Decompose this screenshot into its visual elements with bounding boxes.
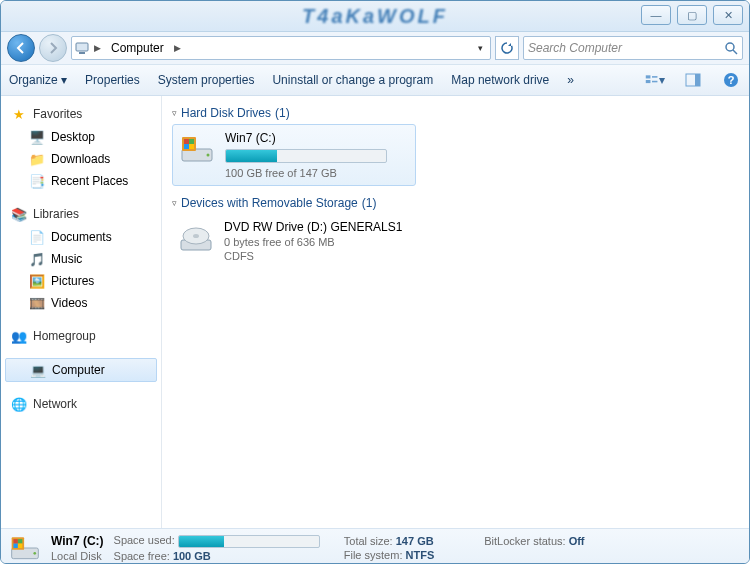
search-placeholder: Search Computer [528, 41, 622, 55]
svg-rect-27 [13, 544, 17, 548]
drive-capacity: 100 GB free of 147 GB [225, 167, 387, 179]
svg-rect-25 [13, 539, 17, 543]
sidebar-item-desktop[interactable]: 🖥️Desktop [1, 126, 161, 148]
minimize-button[interactable]: — [641, 5, 671, 25]
svg-rect-5 [646, 80, 651, 83]
libraries-group[interactable]: 📚 Libraries [1, 202, 161, 226]
network-item[interactable]: 🌐Network [1, 392, 161, 416]
svg-line-3 [733, 50, 737, 54]
svg-text:?: ? [728, 74, 735, 86]
titlebar: T4aKaWOLF — ▢ ✕ [1, 1, 749, 32]
arrow-right-icon [47, 42, 59, 54]
sidebar-item-computer[interactable]: 💻Computer [5, 358, 157, 382]
details-type: Local Disk [51, 550, 104, 562]
svg-rect-0 [76, 43, 88, 51]
more-button[interactable]: » [567, 73, 574, 87]
content-pane: ▿ Hard Disk Drives (1) Win7 (C:) 100 GB … [162, 96, 749, 528]
arrow-left-icon [15, 42, 27, 54]
svg-rect-15 [184, 139, 189, 144]
music-icon: 🎵 [29, 251, 45, 267]
refresh-icon [500, 41, 514, 55]
recent-icon: 📑 [29, 173, 45, 189]
svg-rect-16 [189, 139, 194, 144]
section-removable[interactable]: ▿ Devices with Removable Storage (1) [172, 196, 739, 210]
preview-pane-button[interactable] [683, 70, 703, 90]
drive-d[interactable]: DVD RW Drive (D:) GENERALS1 0 bytes free… [172, 214, 414, 268]
back-button[interactable] [7, 34, 35, 62]
explorer-window: T4aKaWOLF — ▢ ✕ ▶ Computer ▶ ▾ Search Co… [0, 0, 750, 564]
breadcrumb-segment[interactable]: Computer [105, 38, 170, 58]
collapse-icon: ▿ [172, 198, 177, 208]
svg-rect-18 [189, 144, 194, 149]
homegroup-icon: 👥 [11, 328, 27, 344]
sidebar-item-music[interactable]: 🎵Music [1, 248, 161, 270]
svg-rect-28 [18, 544, 22, 548]
window-controls: — ▢ ✕ [641, 5, 743, 25]
svg-point-2 [726, 43, 734, 51]
svg-rect-26 [18, 539, 22, 543]
computer-icon [74, 40, 90, 56]
organize-menu[interactable]: Organize ▾ [9, 73, 67, 87]
command-bar: Organize ▾ Properties System properties … [1, 65, 749, 96]
drive-c[interactable]: Win7 (C:) 100 GB free of 147 GB [172, 124, 416, 186]
svg-point-23 [33, 552, 36, 555]
videos-icon: 🎞️ [29, 295, 45, 311]
pictures-icon: 🖼️ [29, 273, 45, 289]
properties-button[interactable]: Properties [85, 73, 140, 87]
drive-capacity: 0 bytes free of 636 MB [224, 236, 402, 248]
drive-name: DVD RW Drive (D:) GENERALS1 [224, 220, 402, 234]
star-icon: ★ [11, 106, 27, 122]
chevron-right-icon: ▶ [92, 43, 103, 53]
details-pane: Win7 (C:) Local Disk Space used: Space f… [1, 528, 749, 564]
map-drive-button[interactable]: Map network drive [451, 73, 549, 87]
explorer-body: ★ Favorites 🖥️Desktop 📁Downloads 📑Recent… [1, 96, 749, 528]
help-button[interactable]: ? [721, 70, 741, 90]
brand-text: T4aKaWOLF [302, 5, 448, 28]
drive-filesystem: CDFS [224, 250, 402, 262]
svg-rect-9 [695, 74, 700, 86]
documents-icon: 📄 [29, 229, 45, 245]
address-bar: ▶ Computer ▶ ▾ Search Computer [1, 32, 749, 65]
close-button[interactable]: ✕ [713, 5, 743, 25]
dvd-drive-icon [178, 220, 214, 256]
svg-point-21 [193, 234, 199, 238]
collapse-icon: ▿ [172, 108, 177, 118]
svg-rect-4 [646, 75, 651, 78]
maximize-button[interactable]: ▢ [677, 5, 707, 25]
uninstall-button[interactable]: Uninstall or change a program [272, 73, 433, 87]
desktop-icon: 🖥️ [29, 129, 45, 145]
sidebar-item-downloads[interactable]: 📁Downloads [1, 148, 161, 170]
refresh-button[interactable] [495, 36, 519, 60]
system-properties-button[interactable]: System properties [158, 73, 255, 87]
libraries-icon: 📚 [11, 206, 27, 222]
navigation-pane: ★ Favorites 🖥️Desktop 📁Downloads 📑Recent… [1, 96, 162, 528]
sidebar-item-videos[interactable]: 🎞️Videos [1, 292, 161, 314]
svg-point-13 [207, 154, 210, 157]
view-menu[interactable]: ▾ [645, 70, 665, 90]
drive-name: Win7 (C:) [225, 131, 387, 145]
chevron-right-icon: ▶ [172, 43, 183, 53]
used-bar [178, 535, 320, 548]
forward-button[interactable] [39, 34, 67, 62]
folder-icon: 📁 [29, 151, 45, 167]
homegroup-item[interactable]: 👥Homegroup [1, 324, 161, 348]
section-hdd[interactable]: ▿ Hard Disk Drives (1) [172, 106, 739, 120]
svg-rect-1 [79, 52, 85, 54]
svg-rect-6 [652, 76, 657, 78]
sidebar-item-documents[interactable]: 📄Documents [1, 226, 161, 248]
favorites-group[interactable]: ★ Favorites [1, 102, 161, 126]
computer-icon: 💻 [30, 362, 46, 378]
svg-rect-17 [184, 144, 189, 149]
sidebar-item-pictures[interactable]: 🖼️Pictures [1, 270, 161, 292]
details-name: Win7 (C:) [51, 534, 104, 548]
sidebar-item-recent[interactable]: 📑Recent Places [1, 170, 161, 192]
hdd-icon [179, 131, 215, 167]
breadcrumb[interactable]: ▶ Computer ▶ ▾ [71, 36, 491, 60]
breadcrumb-dropdown[interactable]: ▾ [472, 43, 488, 53]
network-icon: 🌐 [11, 396, 27, 412]
hdd-icon [9, 532, 41, 564]
svg-rect-7 [652, 81, 657, 83]
capacity-bar [225, 149, 387, 163]
search-input[interactable]: Search Computer [523, 36, 743, 60]
search-icon [724, 41, 738, 55]
